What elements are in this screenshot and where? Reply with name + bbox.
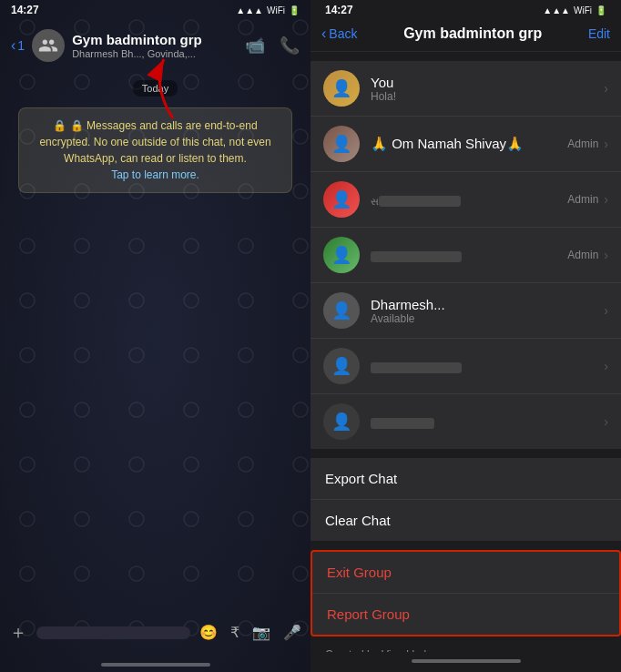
right-panel: 14:27 ▲▲▲ WiFi 🔋 ‹ Back Gym badminton gr…	[310, 0, 621, 672]
member-avatar-3: 👤	[323, 237, 360, 273]
member-status-you: Hola!	[371, 90, 604, 103]
home-indicator	[101, 663, 210, 667]
members-section: 👤 You Hola! › 👤 🙏 Om Namah Shivay🙏 Admin…	[310, 61, 621, 449]
member-avatar-dharmesh: 👤	[323, 292, 360, 329]
member-info-2: સ	[371, 192, 567, 208]
member-chevron-dharmesh: ›	[604, 303, 608, 318]
voice-call-icon[interactable]: 📞	[280, 36, 300, 56]
lock-icon: 🔒	[53, 119, 66, 132]
clear-chat-row[interactable]: Clear Chat	[310, 500, 621, 541]
chat-toolbar: ＋ 😊 ₹ 📷 🎤	[0, 613, 310, 663]
right-back-chevron-icon: ‹	[321, 25, 326, 42]
right-status-icons: ▲▲▲ WiFi 🔋	[543, 5, 606, 15]
right-edit-button[interactable]: Edit	[588, 26, 610, 41]
right-back-label: Back	[329, 26, 357, 41]
member-row-dharmesh[interactable]: 👤 Dharmesh... Available ›	[310, 283, 621, 339]
wifi-icon: WiFi	[267, 5, 285, 15]
member-info-5	[371, 359, 604, 374]
right-time: 14:27	[325, 4, 353, 16]
member-row-3[interactable]: 👤 Admin ›	[310, 228, 621, 283]
header-group-name: Gym badminton grp	[72, 32, 238, 48]
member-chevron-you: ›	[604, 81, 608, 96]
left-time: 14:27	[11, 4, 39, 16]
red-arrow-annotation	[146, 50, 200, 127]
group-footer: Created by Vimal Lala. Created 31 May 20…	[310, 636, 621, 652]
right-home-indicator	[412, 659, 521, 663]
member-name-dharmesh: Dharmesh...	[371, 297, 604, 312]
member-info-you: You Hola!	[371, 75, 604, 103]
member-row-6[interactable]: 👤 ›	[310, 394, 621, 449]
right-wifi-icon: WiFi	[574, 5, 592, 15]
mic-icon[interactable]: 🎤	[283, 624, 301, 641]
member-info-dharmesh: Dharmesh... Available	[371, 297, 604, 325]
right-battery-icon: 🔋	[596, 5, 606, 15]
report-group-label: Report Group	[327, 606, 410, 622]
back-chevron-icon: ‹	[11, 37, 15, 54]
left-status-icons: ▲▲▲ WiFi 🔋	[236, 5, 300, 15]
member-row-you[interactable]: 👤 You Hola! ›	[310, 61, 621, 117]
member-info-3	[371, 248, 567, 263]
header-actions: 📹 📞	[245, 36, 300, 56]
toolbar-icons: 😊 ₹ 📷 🎤	[199, 624, 301, 641]
member-chevron-5: ›	[604, 359, 608, 373]
exit-group-row[interactable]: Exit Group	[312, 552, 619, 594]
group-avatar[interactable]	[32, 29, 65, 62]
add-button[interactable]: ＋	[9, 620, 27, 645]
export-chat-row[interactable]: Export Chat	[310, 458, 621, 500]
member-name-5	[371, 359, 604, 374]
member-avatar-2: 👤	[323, 181, 360, 218]
member-status-dharmesh: Available	[371, 312, 604, 325]
status-bar-left: 14:27 ▲▲▲ WiFi 🔋	[0, 0, 310, 20]
exit-group-label: Exit Group	[327, 565, 392, 580]
member-badge-2: Admin	[567, 193, 598, 206]
member-chevron-6: ›	[604, 414, 608, 429]
member-avatar-you: 👤	[323, 70, 360, 107]
danger-section: Exit Group Report Group	[310, 550, 621, 636]
member-name-6	[371, 414, 604, 430]
member-chevron-1: ›	[604, 137, 608, 151]
member-name-2: સ	[371, 192, 567, 208]
right-title: Gym badminton grp	[357, 25, 587, 42]
message-input[interactable]	[36, 626, 190, 639]
member-avatar-6: 👤	[323, 403, 360, 440]
back-count: 1	[17, 38, 25, 53]
video-call-icon[interactable]: 📹	[245, 36, 265, 56]
chat-area: Today 🔒 🔒 Messages and calls are end-to-…	[0, 69, 310, 613]
member-row-1[interactable]: 👤 🙏 Om Namah Shivay🙏 Admin ›	[310, 117, 621, 172]
encryption-link[interactable]: Tap to learn more.	[111, 168, 199, 181]
right-back-button[interactable]: ‹ Back	[321, 25, 357, 42]
created-by: Created by Vimal Lala.	[325, 647, 606, 652]
right-status-bar: 14:27 ▲▲▲ WiFi 🔋	[310, 0, 621, 20]
back-button[interactable]: ‹ 1	[11, 37, 25, 54]
export-chat-label: Export Chat	[325, 471, 397, 486]
member-avatar-1: 👤	[323, 126, 360, 162]
right-header: ‹ Back Gym badminton grp Edit	[310, 20, 621, 52]
payment-icon[interactable]: ₹	[230, 624, 239, 641]
member-info-1: 🙏 Om Namah Shivay🙏	[371, 136, 567, 152]
right-content[interactable]: 👤 You Hola! › 👤 🙏 Om Namah Shivay🙏 Admin…	[310, 52, 621, 652]
right-signal-icon: ▲▲▲	[543, 5, 570, 15]
member-badge-1: Admin	[567, 137, 598, 150]
member-avatar-5: 👤	[323, 348, 360, 384]
member-chevron-2: ›	[604, 192, 608, 207]
signal-icon: ▲▲▲	[236, 5, 263, 15]
member-info-6	[371, 414, 604, 430]
encryption-text: 🔒 🔒 Messages and calls are end-to-end en…	[34, 117, 277, 183]
clear-chat-label: Clear Chat	[325, 513, 391, 528]
sticker-icon[interactable]: 😊	[199, 624, 218, 641]
member-row-5[interactable]: 👤 ›	[310, 339, 621, 394]
member-badge-3: Admin	[567, 249, 598, 261]
battery-icon: 🔋	[289, 5, 300, 15]
member-chevron-3: ›	[604, 248, 608, 262]
member-row-2[interactable]: 👤 સ Admin ›	[310, 172, 621, 228]
group-avatar-icon	[38, 36, 58, 56]
member-name-1: 🙏 Om Namah Shivay🙏	[371, 136, 567, 152]
actions-section: Export Chat Clear Chat	[310, 458, 621, 541]
report-group-row[interactable]: Report Group	[312, 594, 619, 635]
member-name-you: You	[371, 75, 604, 90]
camera-icon[interactable]: 📷	[252, 624, 270, 641]
member-name-3	[371, 248, 567, 263]
left-panel: 14:27 ▲▲▲ WiFi 🔋 ‹ 1 Gym badminton grp D…	[0, 0, 310, 672]
